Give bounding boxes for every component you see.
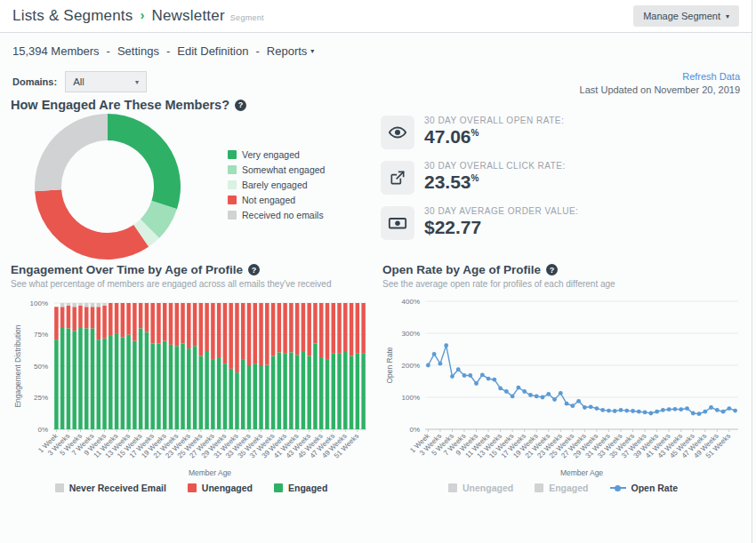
open-rate-panel: Open Rate by Age of Profile ? See the av…	[382, 263, 744, 493]
data-point	[643, 411, 647, 415]
bar-segment-engaged	[67, 328, 70, 429]
segment-toolbar: 15,394 Members - Settings - Edit Definit…	[12, 44, 314, 58]
bar-segment-unengaged	[72, 307, 76, 331]
x-axis-title: Member Age	[189, 468, 231, 477]
bar-segment-unengaged	[150, 303, 154, 343]
bar-segment-unengaged	[163, 303, 166, 341]
bar-segment-engaged	[361, 354, 365, 429]
bar-segment-engaged	[157, 343, 160, 429]
legend-item-engaged[interactable]: Engaged	[274, 483, 327, 493]
legend-swatch	[448, 483, 457, 492]
bar-segment-unengaged	[313, 303, 317, 343]
bar-segment-unengaged	[84, 307, 88, 328]
bar-segment-unengaged	[295, 303, 299, 355]
stat-number: 23.53	[424, 172, 471, 192]
help-icon[interactable]: ?	[248, 264, 260, 275]
legend-label: Very engaged	[242, 149, 300, 160]
bar-segment-engaged	[102, 339, 106, 429]
bar-segment-engaged	[72, 331, 76, 429]
svg-text:400%: 400%	[402, 298, 420, 306]
legend-item-unengaged[interactable]: Unengaged	[188, 483, 253, 493]
bar-segment-engaged	[193, 346, 197, 429]
bar-segment-engaged	[337, 354, 341, 429]
bar-segment-engaged	[217, 357, 221, 429]
data-point	[528, 393, 533, 397]
bar-segment-engaged	[247, 366, 251, 429]
bar-segment-engaged	[126, 335, 130, 430]
bar-segment-engaged	[211, 360, 214, 429]
settings-link[interactable]: Settings	[117, 44, 159, 58]
bar-segment-engaged	[356, 354, 359, 429]
manage-segment-button[interactable]: Manage Segment ▾	[633, 5, 739, 27]
data-point	[733, 409, 737, 413]
bar-segment-engaged	[326, 360, 329, 429]
bar-segment-unengaged	[350, 303, 353, 356]
data-point	[600, 408, 605, 412]
legend-item-unengaged[interactable]: Unengaged	[448, 483, 513, 493]
bar-chart-subtitle: See what percentage of members are engag…	[11, 279, 372, 289]
data-point	[721, 410, 726, 414]
data-point	[703, 410, 707, 414]
bar-segment-engaged	[84, 328, 88, 429]
bar-segment-engaged	[295, 355, 299, 429]
legend-swatch	[228, 165, 237, 174]
legend-label: Unengaged	[462, 483, 513, 493]
data-point	[552, 397, 557, 402]
bar-segment-unengaged	[241, 303, 245, 360]
data-point	[619, 408, 623, 412]
legend-swatch	[228, 150, 237, 159]
stats-panel: 30 DAY OVERALL OPEN RATE: 47.06% 30 DAY …	[381, 116, 578, 252]
bar-segment-unengaged	[205, 303, 208, 351]
eye-icon	[381, 116, 414, 149]
legend-item-barely-engaged[interactable]: Barely engaged	[228, 180, 325, 190]
bar-segment-unengaged	[199, 303, 203, 356]
bar-segment-unengaged	[319, 303, 323, 357]
help-icon[interactable]: ?	[235, 100, 246, 111]
bar-segment-engaged	[319, 357, 323, 429]
legend-item-not-engaged[interactable]: Not engaged	[228, 195, 325, 205]
bar-chart-title: Engagement Over Time by Age of Profile ?	[11, 263, 372, 276]
engagement-section-title: How Engaged Are These Members? ?	[11, 98, 246, 112]
bar-segment-unengaged	[343, 303, 347, 351]
svg-text:100%: 100%	[402, 394, 420, 402]
bar-segment-unengaged	[283, 303, 286, 354]
bar-segment-unengaged	[109, 303, 112, 336]
bar-segment-engaged	[163, 341, 166, 429]
reports-link[interactable]: Reports	[267, 44, 308, 58]
legend-item-received-no-emails[interactable]: Received no emails	[228, 210, 325, 220]
legend-item-very-engaged[interactable]: Very engaged	[228, 149, 325, 160]
svg-text:0%: 0%	[409, 426, 420, 434]
legend-line-dot	[615, 485, 621, 491]
bar-segment-unengaged	[91, 307, 94, 328]
bar-segment-unengaged	[289, 303, 293, 352]
legend-item-engaged[interactable]: Engaged	[535, 483, 588, 493]
bar-segment-engaged	[283, 354, 286, 429]
data-point	[474, 381, 479, 386]
bar-segment-unengaged	[326, 303, 329, 360]
manage-segment-label: Manage Segment	[643, 11, 720, 21]
bar-segment-engaged	[169, 345, 173, 429]
money-icon	[381, 206, 414, 240]
domains-select[interactable]: All ▾	[65, 71, 147, 92]
legend-item-never-received-email[interactable]: Never Received Email	[55, 483, 166, 493]
legend-item-open-rate[interactable]: Open Rate	[610, 483, 679, 493]
bar-segment-engaged	[109, 336, 112, 429]
bar-segment-engaged	[150, 343, 154, 429]
help-icon[interactable]: ?	[546, 264, 558, 275]
bar-segment-engaged	[205, 351, 208, 429]
stat-unit: %	[471, 173, 479, 183]
bar-segment-engaged	[133, 341, 136, 429]
legend-item-somewhat-engaged[interactable]: Somewhat engaged	[228, 164, 325, 175]
data-point	[456, 367, 461, 371]
svg-text:200%: 200%	[402, 362, 420, 370]
refresh-data-link[interactable]: Refresh Data	[580, 71, 740, 82]
legend-label: Received no emails	[242, 210, 324, 220]
data-point	[462, 373, 467, 378]
data-point	[535, 395, 539, 399]
legend-label: Open Rate	[631, 483, 679, 493]
edit-definition-link[interactable]: Edit Definition	[177, 44, 248, 58]
bar-segment-unengaged	[169, 303, 173, 345]
engagement-over-time-panel: Engagement Over Time by Age of Profile ?…	[11, 263, 372, 493]
bar-segment-unengaged	[145, 303, 149, 332]
breadcrumb-lists-segments[interactable]: Lists & Segments	[12, 7, 133, 25]
